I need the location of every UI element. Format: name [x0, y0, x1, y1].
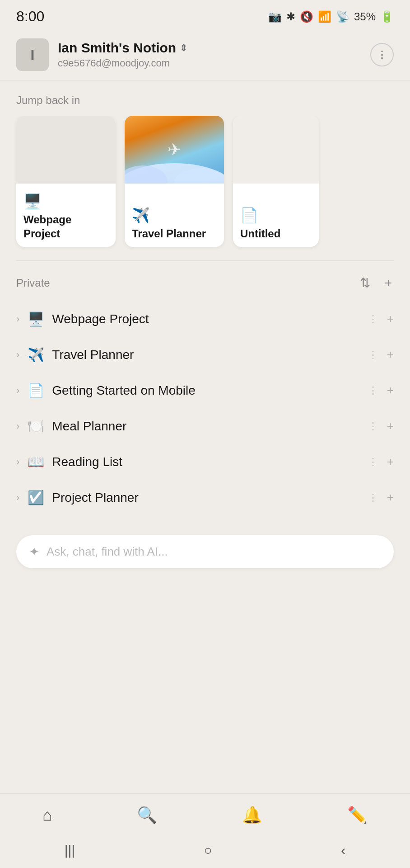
- nav-title-project: Project Planner: [52, 491, 368, 505]
- account-left[interactable]: I Ian Smith's Notion ⇕ c9e5676d@moodjoy.…: [16, 38, 187, 71]
- nav-icon-webpage: 🖥️: [28, 311, 44, 327]
- nav-item-project-planner[interactable]: › ☑️ Project Planner ⋮ +: [0, 480, 410, 515]
- card-image-travel: ✈: [125, 116, 224, 184]
- signal-icon: 📡: [336, 10, 349, 23]
- ai-search-bar[interactable]: ✦ Ask, chat, find with AI...: [16, 535, 394, 568]
- account-header: I Ian Smith's Notion ⇕ c9e5676d@moodjoy.…: [0, 29, 410, 80]
- account-info: Ian Smith's Notion ⇕ c9e5676d@moodjoy.co…: [58, 40, 187, 69]
- ai-search-container: ✦ Ask, chat, find with AI...: [0, 524, 410, 579]
- travel-card-title: Travel Planner: [132, 226, 217, 241]
- add-private-button[interactable]: +: [383, 274, 394, 292]
- camera-icon: 📷: [268, 10, 282, 23]
- nav-icon-meal: 🍽️: [28, 418, 44, 434]
- add-icon-getting-started[interactable]: +: [387, 383, 394, 397]
- chevron-icon-getting-started: ›: [16, 385, 19, 396]
- nav-item-getting-started[interactable]: › 📄 Getting Started on Mobile ⋮ +: [0, 373, 410, 408]
- more-icon-webpage[interactable]: ⋮: [368, 313, 378, 325]
- home-icon: ⌂: [42, 806, 52, 825]
- untitled-card-title: Untitled: [240, 226, 312, 241]
- bottom-nav-home[interactable]: ⌂: [33, 801, 61, 829]
- travel-card-icon: ✈️: [132, 207, 217, 224]
- untitled-card-icon: 📄: [240, 207, 312, 224]
- search-icon: 🔍: [137, 806, 157, 825]
- sys-menu-icon[interactable]: |||: [65, 843, 75, 858]
- more-dots-icon: ⋮: [377, 49, 387, 61]
- status-icons: 📷 ✱ 🔇 📶 📡 35% 🔋: [268, 10, 394, 23]
- more-options-button[interactable]: ⋮: [370, 43, 394, 66]
- sys-nav: ||| ○ ‹: [0, 836, 410, 868]
- nav-item-reading-list[interactable]: › 📖 Reading List ⋮ +: [0, 444, 410, 480]
- add-icon-project[interactable]: +: [387, 491, 394, 505]
- more-icon-meal[interactable]: ⋮: [368, 420, 378, 432]
- nav-item-meal-planner[interactable]: › 🍽️ Meal Planner ⋮ +: [0, 408, 410, 444]
- wifi-icon: 📶: [318, 10, 331, 23]
- nav-actions-project: ⋮ +: [368, 491, 394, 505]
- nav-actions-meal: ⋮ +: [368, 419, 394, 433]
- card-content-untitled: 📄 Untitled: [233, 184, 319, 247]
- nav-actions-getting-started: ⋮ +: [368, 383, 394, 397]
- webpage-card-icon: 🖥️: [23, 193, 108, 210]
- avatar: I: [16, 38, 49, 71]
- add-icon-webpage[interactable]: +: [387, 312, 394, 326]
- edit-icon: ✏️: [347, 806, 368, 825]
- private-label: Private: [16, 277, 50, 289]
- chevron-icon-meal: ›: [16, 420, 19, 432]
- bottom-nav: ⌂ 🔍 🔔 ✏️: [0, 793, 410, 836]
- private-header: Private ⇅ +: [0, 261, 410, 297]
- sort-button[interactable]: ⇅: [358, 274, 372, 292]
- account-expand-icon: ⇕: [180, 42, 187, 53]
- bottom-nav-notifications[interactable]: 🔔: [233, 801, 271, 829]
- private-actions: ⇅ +: [358, 274, 394, 292]
- nav-title-reading: Reading List: [52, 455, 368, 469]
- jump-back-in-label: Jump back in: [0, 80, 410, 116]
- card-content-webpage: 🖥️ WebpageProject: [16, 184, 116, 247]
- nav-icon-reading: 📖: [28, 454, 44, 470]
- nav-actions-travel: ⋮ +: [368, 348, 394, 362]
- sys-back-icon[interactable]: ‹: [341, 843, 345, 858]
- battery-icon: 🔋: [380, 10, 394, 23]
- add-icon-reading[interactable]: +: [387, 455, 394, 469]
- clouds-svg: [125, 147, 224, 184]
- nav-title-meal: Meal Planner: [52, 419, 368, 434]
- card-untitled[interactable]: 📄 Untitled: [233, 116, 319, 247]
- nav-item-travel-planner[interactable]: › ✈️ Travel Planner ⋮ +: [0, 337, 410, 373]
- card-image-webpage: [16, 116, 116, 184]
- account-email: c9e5676d@moodjoy.com: [58, 57, 187, 69]
- ai-spark-icon: ✦: [29, 544, 39, 559]
- chevron-icon-reading: ›: [16, 456, 19, 468]
- nav-icon-project: ☑️: [28, 490, 44, 505]
- card-image-untitled: [233, 116, 319, 184]
- bell-icon: 🔔: [242, 806, 262, 825]
- battery-level: 35%: [354, 10, 376, 23]
- mute-icon: 🔇: [300, 10, 313, 23]
- travel-visual: ✈: [125, 116, 224, 184]
- chevron-icon-travel: ›: [16, 349, 19, 361]
- status-bar: 8:00 📷 ✱ 🔇 📶 📡 35% 🔋: [0, 0, 410, 29]
- add-icon-meal[interactable]: +: [387, 419, 394, 433]
- nav-title-getting-started: Getting Started on Mobile: [52, 383, 368, 398]
- card-travel-planner[interactable]: ✈ ✈️ Travel Planner: [125, 116, 224, 247]
- add-icon-travel[interactable]: +: [387, 348, 394, 362]
- more-icon-project[interactable]: ⋮: [368, 492, 378, 504]
- untitled-image-placeholder: [233, 116, 319, 184]
- status-time: 8:00: [16, 8, 44, 25]
- nav-list: › 🖥️ Webpage Project ⋮ + › ✈️ Travel Pla…: [0, 297, 410, 520]
- nav-icon-travel: ✈️: [28, 347, 44, 363]
- more-icon-reading[interactable]: ⋮: [368, 456, 378, 468]
- nav-title-webpage: Webpage Project: [52, 312, 368, 326]
- more-icon-getting-started[interactable]: ⋮: [368, 385, 378, 396]
- bluetooth-icon: ✱: [286, 10, 295, 23]
- chevron-icon-webpage: ›: [16, 313, 19, 325]
- sys-home-icon[interactable]: ○: [204, 843, 212, 858]
- bottom-nav-search[interactable]: 🔍: [128, 801, 166, 829]
- nav-title-travel: Travel Planner: [52, 348, 368, 362]
- nav-actions-webpage: ⋮ +: [368, 312, 394, 326]
- bottom-nav-edit[interactable]: ✏️: [338, 801, 377, 829]
- more-icon-travel[interactable]: ⋮: [368, 349, 378, 361]
- nav-item-webpage-project[interactable]: › 🖥️ Webpage Project ⋮ +: [0, 301, 410, 337]
- account-name: Ian Smith's Notion ⇕: [58, 40, 187, 56]
- chevron-icon-project: ›: [16, 492, 19, 504]
- webpage-image-placeholder: [16, 116, 116, 184]
- card-webpage-project[interactable]: 🖥️ WebpageProject: [16, 116, 116, 247]
- ai-search-placeholder: Ask, chat, find with AI...: [47, 545, 381, 559]
